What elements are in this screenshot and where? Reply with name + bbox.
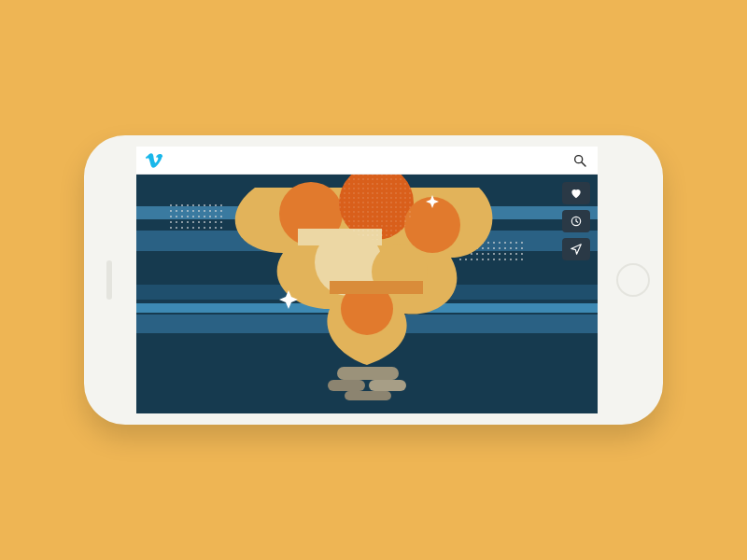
video-player-area[interactable] (136, 175, 598, 413)
svg-rect-3 (328, 380, 365, 391)
phone-device-frame (84, 135, 663, 425)
heart-icon (570, 187, 583, 200)
search-icon[interactable] (570, 150, 590, 171)
phone-speaker (106, 260, 112, 300)
svg-line-1 (582, 162, 585, 166)
clock-icon (570, 215, 583, 228)
svg-rect-13 (330, 281, 423, 294)
svg-rect-4 (369, 380, 406, 391)
like-button[interactable] (562, 182, 590, 204)
phone-home-button[interactable] (616, 263, 650, 297)
paper-plane-icon (570, 243, 583, 256)
share-button[interactable] (562, 238, 590, 260)
svg-rect-5 (345, 391, 391, 400)
svg-point-0 (575, 155, 583, 162)
video-action-stack (562, 182, 590, 260)
svg-rect-2 (337, 367, 399, 380)
vimeo-logo[interactable] (144, 151, 164, 170)
campfire-illustration (199, 175, 535, 402)
screen (136, 147, 598, 413)
watch-later-button[interactable] (562, 210, 590, 232)
top-bar (136, 147, 598, 175)
